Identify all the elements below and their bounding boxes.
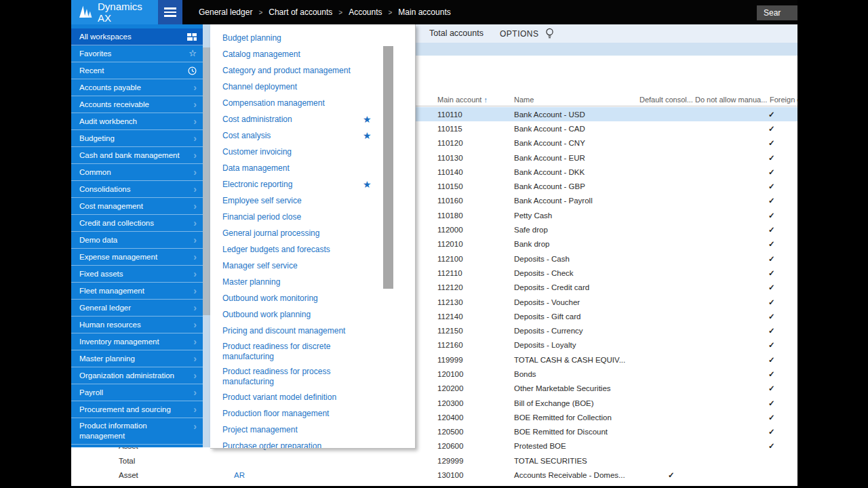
main-account-cell[interactable]: 110115 [437, 125, 462, 133]
main-account-cell[interactable]: 120200 [437, 384, 463, 392]
table-row-129999[interactable]: Total129999TOTAL SECURITIES [71, 453, 797, 468]
main-account-cell[interactable]: 112110 [437, 269, 462, 277]
main-account-cell[interactable]: 119999 [437, 356, 463, 364]
sidebar-item-general-ledger[interactable]: General ledger› [71, 300, 203, 317]
flyout-item-budget-planning[interactable]: Budget planning [222, 30, 415, 46]
column-header-do-not-allow-manual[interactable]: Do not allow manua... [695, 96, 767, 104]
main-account-cell[interactable]: 112160 [437, 341, 463, 349]
flyout-item-production-floor-management[interactable]: Production floor management [222, 405, 415, 422]
sidebar-item-procurement-and-sourcing[interactable]: Procurement and sourcing› [71, 401, 203, 418]
breadcrumb-item-accounts[interactable]: Accounts [349, 7, 382, 17]
flyout-item-project-management[interactable]: Project management [222, 422, 415, 438]
sidebar-scrollbar-thumb[interactable] [203, 47, 210, 315]
flyout-item-product-readiness-for-discrete-manufacturing[interactable]: Product readiness for discrete manufactu… [222, 339, 382, 364]
column-header-name[interactable]: Name [514, 96, 534, 104]
main-account-type-cell: Total [119, 457, 135, 465]
flyout-item-label: Outbound work planning [222, 310, 311, 319]
sidebar-item-audit-workbench[interactable]: Audit workbench› [71, 113, 203, 130]
favorite-star-icon[interactable]: ★ [363, 176, 372, 192]
sidebar-item-label: Accounts receivable [79, 100, 149, 108]
foreign-currency-checkmark-icon: ✓ [768, 167, 775, 177]
main-account-cell[interactable]: 120100 [437, 370, 463, 378]
flyout-item-pricing-and-discount-management[interactable]: Pricing and discount management [222, 323, 415, 339]
main-account-cell[interactable]: 110130 [437, 154, 463, 162]
name-cell: Bank Account - EUR [514, 154, 585, 162]
sidebar-item-favorites[interactable]: Favorites☆ [71, 45, 203, 62]
breadcrumb-item-main-accounts[interactable]: Main accounts [398, 7, 450, 17]
column-header-main-account[interactable]: Main account ↑ [437, 96, 488, 104]
flyout-item-outbound-work-monitoring[interactable]: Outbound work monitoring [222, 290, 415, 306]
main-account-cell[interactable]: 112150 [437, 327, 463, 335]
table-row-130100[interactable]: AssetAR130100Accounts Receivable - Domes… [71, 468, 797, 482]
main-account-cell[interactable]: 120500 [437, 428, 463, 436]
favorite-star-icon[interactable]: ★ [363, 127, 372, 144]
sidebar-item-credit-and-collections[interactable]: Credit and collections› [71, 215, 203, 232]
flyout-item-product-variant-model-definition[interactable]: Product variant model definition [222, 389, 415, 405]
flyout-item-product-readiness-for-process-manufacturing[interactable]: Product readiness for process manufactur… [222, 364, 382, 389]
sidebar-item-organization-administration[interactable]: Organization administration› [71, 367, 203, 384]
sidebar-item-human-resources[interactable]: Human resources› [71, 317, 203, 333]
sidebar-item-production-control[interactable]: Production control› [71, 445, 203, 447]
sidebar-item-accounts-payable[interactable]: Accounts payable› [71, 79, 203, 96]
sidebar-item-common[interactable]: Common› [71, 164, 203, 181]
main-account-cell[interactable]: 120600 [437, 442, 463, 450]
sidebar-item-label: Recent [79, 66, 104, 75]
breadcrumb-item-general-ledger[interactable]: General ledger [199, 7, 252, 17]
sidebar-item-budgeting[interactable]: Budgeting› [71, 130, 203, 147]
sidebar-item-expense-management[interactable]: Expense management› [71, 249, 203, 266]
sidebar-item-accounts-receivable[interactable]: Accounts receivable› [71, 96, 203, 113]
main-account-cell[interactable]: 120400 [437, 413, 463, 422]
main-account-cell[interactable]: 112140 [437, 312, 463, 321]
favorite-star-icon[interactable]: ★ [363, 111, 372, 127]
hamburger-menu-button[interactable] [158, 0, 182, 24]
sidebar-item-label: Organization administration [79, 371, 174, 380]
main-account-cell[interactable]: 112130 [437, 298, 463, 306]
sidebar-item-consolidations[interactable]: Consolidations› [71, 181, 203, 198]
breadcrumb-item-chart-of-accounts[interactable]: Chart of accounts [269, 7, 332, 17]
name-cell: Deposits - Loyalty [514, 341, 576, 349]
main-account-cell[interactable]: 110120 [437, 139, 463, 147]
main-account-cell[interactable]: 130100 [437, 471, 463, 479]
main-account-cell[interactable]: 110180 [437, 211, 463, 220]
name-cell: BOE Remitted for Discount [514, 428, 608, 436]
flyout-item-label: Product variant model definition [222, 392, 336, 402]
sidebar-scrollbar[interactable] [203, 24, 210, 447]
foreign-currency-checkmark-icon: ✓ [768, 138, 775, 148]
dynamics-logo-icon [78, 5, 93, 20]
flyout-item-outbound-work-planning[interactable]: Outbound work planning [222, 306, 415, 323]
sidebar-item-fleet-management[interactable]: Fleet management› [71, 283, 203, 300]
chevron-right-icon: › [193, 147, 197, 163]
flyout-item-purchase-order-preparation[interactable]: Purchase order preparation [222, 438, 415, 449]
main-account-cell[interactable]: 110160 [437, 197, 463, 205]
main-account-cell[interactable]: 112100 [437, 255, 463, 263]
sidebar-item-master-planning[interactable]: Master planning› [71, 350, 203, 367]
main-account-cell[interactable]: 112000 [437, 226, 463, 234]
column-header-default-consolidation[interactable]: Default consol... [639, 96, 693, 104]
foreign-currency-checkmark-icon: ✓ [768, 182, 775, 191]
main-account-cell[interactable]: 112010 [437, 240, 463, 248]
sidebar-item-fixed-assets[interactable]: Fixed assets› [71, 266, 203, 283]
main-account-category-link[interactable]: AR [234, 471, 245, 479]
main-account-cell[interactable]: 129999 [437, 457, 463, 465]
do-not-allow-manual-checkmark-icon: ✓ [668, 470, 675, 480]
sidebar-item-label: Audit workbench [79, 117, 137, 125]
sidebar-item-recent[interactable]: Recent [71, 62, 203, 79]
main-account-cell[interactable]: 110110 [437, 110, 462, 119]
sidebar-item-product-information-management[interactable]: Product information management› [71, 418, 203, 445]
lightbulb-icon[interactable] [545, 28, 554, 42]
main-account-cell[interactable]: 110140 [437, 168, 463, 176]
sidebar-item-payroll[interactable]: Payroll› [71, 384, 203, 401]
sidebar-item-inventory-management[interactable]: Inventory management› [71, 333, 203, 350]
foreign-currency-checkmark-icon: ✓ [768, 355, 775, 365]
main-account-cell[interactable]: 112120 [437, 283, 463, 291]
sidebar-item-cash-and-bank-management[interactable]: Cash and bank management› [71, 147, 203, 164]
sidebar-item-cost-management[interactable]: Cost management› [71, 198, 203, 215]
sidebar-item-all-workspaces[interactable]: All workspaces [71, 28, 203, 45]
options-menu-button[interactable]: OPTIONS [500, 29, 539, 39]
main-account-cell[interactable]: 120300 [437, 399, 463, 407]
main-account-cell[interactable]: 110150 [437, 182, 463, 190]
flyout-scrollbar-thumb[interactable] [383, 46, 393, 289]
sidebar-item-demo-data[interactable]: Demo data› [71, 232, 203, 249]
app-logo[interactable]: Dynamics AX [71, 0, 158, 24]
flyout-item-label: Cost analysis [222, 131, 271, 140]
